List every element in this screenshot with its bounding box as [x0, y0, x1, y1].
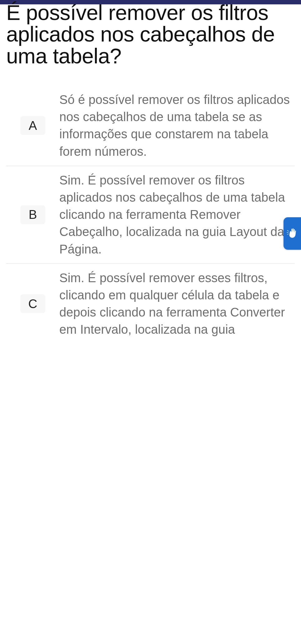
option-letter-wrap: C: [6, 294, 59, 313]
svg-line-2: [287, 234, 289, 234]
option-row[interactable]: C Sim. É possível remover esses filtros,…: [6, 264, 295, 344]
option-letter-b: B: [20, 205, 45, 224]
option-text: Só é possível remover os filtros aplicad…: [59, 91, 295, 160]
option-letter-c: C: [20, 294, 45, 313]
svg-line-1: [287, 233, 289, 233]
content-area: É possível remover os filtros aplicados …: [0, 2, 301, 344]
accessibility-libras-button[interactable]: [284, 217, 301, 250]
question-title: É possível remover os filtros aplicados …: [6, 2, 295, 67]
option-row[interactable]: B Sim. É possível remover os filtros apl…: [6, 166, 295, 264]
svg-line-0: [287, 230, 289, 231]
libras-hand-icon: [286, 226, 299, 241]
option-letter-wrap: A: [6, 116, 59, 135]
option-letter-a: A: [20, 116, 45, 135]
option-text: Sim. É possível remover os filtros aplic…: [59, 172, 295, 258]
option-letter-wrap: B: [6, 205, 59, 224]
option-row[interactable]: A Só é possível remover os filtros aplic…: [6, 86, 295, 166]
option-text: Sim. É possível remover esses filtros, c…: [59, 269, 295, 338]
options-list: A Só é possível remover os filtros aplic…: [6, 86, 295, 344]
